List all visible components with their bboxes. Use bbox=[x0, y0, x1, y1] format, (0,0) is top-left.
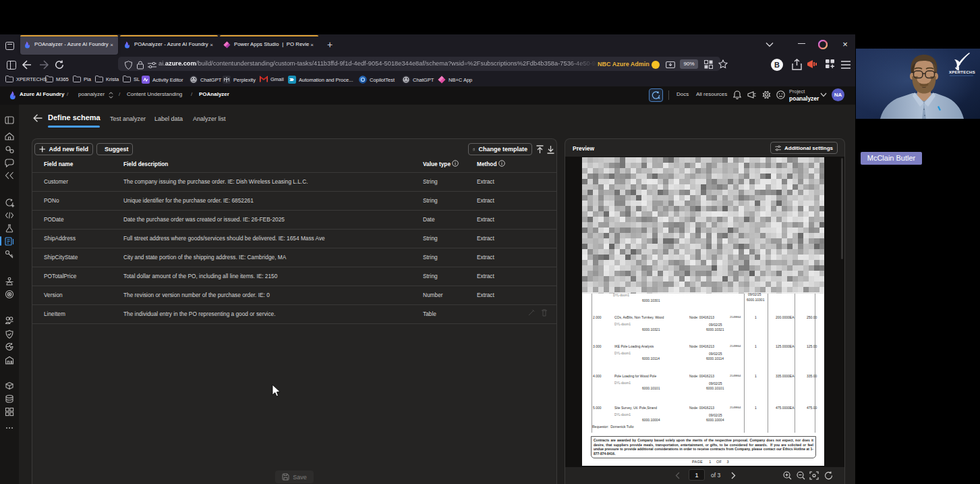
svg-text:B: B bbox=[774, 61, 780, 69]
svg-text:XPERTECHS: XPERTECHS bbox=[949, 70, 975, 74]
